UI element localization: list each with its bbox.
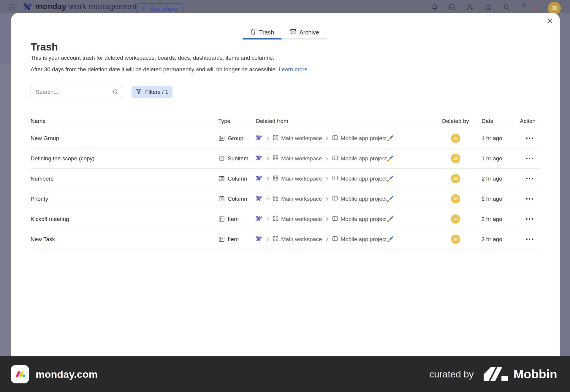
product-suite: work management xyxy=(69,2,137,11)
monday-logo-icon xyxy=(256,155,262,162)
mobbin-logo-icon xyxy=(484,367,508,382)
row-date: 2 hr ago xyxy=(482,236,520,243)
search-icon[interactable] xyxy=(502,2,511,11)
row-date: 2 hr ago xyxy=(482,196,520,202)
row-name: New Task xyxy=(31,236,218,243)
row-date: 2 hr ago xyxy=(482,216,520,222)
board-link[interactable]: Mobile app project🖌️ xyxy=(341,135,394,142)
header-name: Name xyxy=(31,118,218,124)
tab-archive[interactable]: Archive xyxy=(282,25,327,39)
notifications-bell-icon[interactable] xyxy=(430,2,439,11)
table-body: New Group Group Main wor xyxy=(31,128,539,249)
workspace-link[interactable]: Main workspace xyxy=(281,236,322,243)
chevron-right-icon xyxy=(325,136,329,140)
apps-marketplace-puzzle-icon[interactable] xyxy=(483,2,492,11)
board-emoji: 🖌️ xyxy=(387,196,394,202)
row-date: 1 hr ago xyxy=(482,135,520,142)
background-page-edge xyxy=(0,64,12,392)
board-link[interactable]: Mobile app project🖌️ xyxy=(341,175,394,182)
breadcrumb: Main workspace Mobile app project🖌️ xyxy=(256,216,442,223)
workspace-grid-icon xyxy=(273,175,278,182)
workspace-link[interactable]: Main workspace xyxy=(281,216,322,222)
board-link[interactable]: Mobile app project🖌️ xyxy=(341,216,394,222)
workspace-link[interactable]: Main workspace xyxy=(281,155,322,162)
row-name: Kickoff meeting xyxy=(31,216,218,222)
board-icon xyxy=(332,196,338,202)
modal-tabs: Trash Archive xyxy=(243,25,327,39)
learn-more-link[interactable]: Learn more xyxy=(278,66,307,72)
header-deleted-by: Deleted by xyxy=(442,118,482,124)
row-name: Priority xyxy=(31,196,218,202)
chevron-right-icon xyxy=(325,237,329,241)
row-type-label: Column xyxy=(228,176,247,182)
header-action: Action xyxy=(520,118,539,124)
monday-logo-icon xyxy=(256,195,262,203)
filters-button[interactable]: Filters / 1 xyxy=(132,86,172,98)
column-icon xyxy=(218,176,225,182)
curated-by-label: curated by xyxy=(429,369,474,380)
monday-mark-small-icon xyxy=(533,2,542,11)
board-emoji: 🖌️ xyxy=(387,236,394,242)
board-icon xyxy=(332,155,338,162)
table-row: Numbers Column Main work xyxy=(31,169,539,189)
chevron-right-icon xyxy=(265,136,270,140)
row-actions-menu-button[interactable] xyxy=(524,176,535,181)
archive-icon xyxy=(290,29,296,36)
row-actions-menu-button[interactable] xyxy=(524,196,535,201)
deleted-by-avatar: JD xyxy=(451,134,460,143)
search-input[interactable] xyxy=(31,86,122,98)
topbar-divider xyxy=(496,3,496,10)
trash-table: Name Type Deleted from Deleted by Date A… xyxy=(31,114,539,249)
description-line-1: This is your account trash for deleted w… xyxy=(31,55,274,61)
close-icon xyxy=(546,17,554,26)
workspace-link[interactable]: Main workspace xyxy=(281,176,322,182)
row-actions-menu-button[interactable] xyxy=(524,136,535,141)
board-link[interactable]: Mobile app project🖌️ xyxy=(341,155,394,162)
row-actions-menu-button[interactable] xyxy=(524,216,535,222)
board-emoji: 🖌️ xyxy=(387,216,394,222)
board-emoji: 🖌️ xyxy=(387,155,394,162)
row-type-label: Subitem xyxy=(228,155,248,162)
row-type-label: Item xyxy=(228,236,239,243)
row-actions-menu-button[interactable] xyxy=(524,237,535,242)
table-row: New Task Item Main works xyxy=(31,229,539,249)
help-icon[interactable]: ? xyxy=(520,2,528,11)
close-modal-button[interactable] xyxy=(544,16,555,27)
table-header-row: Name Type Deleted from Deleted by Date A… xyxy=(31,114,539,128)
monday-logo-icon xyxy=(256,175,262,182)
chevron-right-icon xyxy=(265,176,270,181)
monday-logo-icon xyxy=(256,236,262,243)
deleted-by-avatar: JD xyxy=(451,154,460,163)
board-link[interactable]: Mobile app project🖌️ xyxy=(341,236,394,243)
board-icon xyxy=(332,176,338,182)
mobbin-wordmark: Mobbin xyxy=(513,367,557,381)
description-line-2: After 30 days from the deletion date it … xyxy=(31,66,308,73)
header-date: Date xyxy=(482,118,520,124)
breadcrumb: Main workspace Mobile app project🖌️ xyxy=(256,155,442,162)
workspace-grid-icon xyxy=(273,135,278,142)
chevron-right-icon xyxy=(265,237,270,241)
product-name: monday xyxy=(35,2,66,11)
breadcrumb: Main workspace Mobile app project🖌️ xyxy=(256,195,442,203)
row-type-label: Item xyxy=(228,216,239,222)
invite-members-icon[interactable] xyxy=(466,2,474,11)
row-date: 1 hr ago xyxy=(482,155,520,162)
monday-logo-icon[interactable] xyxy=(23,2,32,12)
breadcrumb: Main workspace Mobile app project🖌️ xyxy=(256,236,442,243)
filters-label: Filters / 1 xyxy=(145,89,168,95)
top-app-bar: monday work management See plans xyxy=(0,0,570,13)
board-link[interactable]: Mobile app project🖌️ xyxy=(341,195,394,202)
chevron-right-icon xyxy=(265,197,270,201)
row-type-label: Column xyxy=(228,196,247,202)
tab-active-underline xyxy=(243,38,282,39)
apps-grid-icon[interactable] xyxy=(7,2,17,12)
search-box xyxy=(31,86,122,98)
workspace-link[interactable]: Main workspace xyxy=(281,135,322,142)
row-actions-menu-button[interactable] xyxy=(524,156,535,161)
workspace-link[interactable]: Main workspace xyxy=(281,196,322,202)
group-icon xyxy=(218,135,225,141)
deleted-by-avatar: JD xyxy=(451,214,460,224)
tab-trash[interactable]: Trash xyxy=(243,25,282,39)
inbox-tray-icon[interactable] xyxy=(448,2,457,11)
column-icon xyxy=(218,196,225,202)
